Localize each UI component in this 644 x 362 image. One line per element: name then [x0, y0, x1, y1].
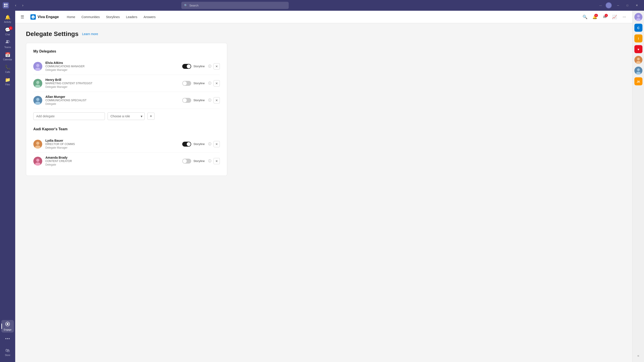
right-sidebar-profile-1[interactable]	[634, 12, 643, 21]
more-button[interactable]: ···	[598, 2, 604, 8]
svg-point-11	[36, 64, 39, 67]
right-sidebar-profile-2[interactable]	[634, 55, 643, 64]
more-icon: •••	[5, 337, 10, 341]
svg-point-7	[7, 323, 8, 325]
sidebar-item-engage[interactable]: Engage	[1, 320, 14, 333]
delegate-row-elvia: Elvia Atkins COMMUNICATIONS MANAGER Dele…	[33, 58, 220, 75]
delegate-toggle-henry[interactable]	[182, 81, 191, 86]
right-sidebar-profile-3[interactable]	[634, 66, 643, 75]
files-label: Files	[5, 83, 10, 86]
store-icon: 🛍	[5, 348, 10, 353]
delegate-toggle-allan[interactable]	[182, 98, 191, 103]
delegate-name-amanda: Amanda Brady	[46, 156, 182, 159]
user-avatar[interactable]	[606, 2, 612, 8]
sidebar-item-more[interactable]: •••	[1, 333, 14, 345]
remove-delegate-amanda[interactable]: ✕	[214, 158, 220, 164]
storyline-label-allan: Storyline	[194, 98, 206, 102]
delegate-toggle-amanda[interactable]	[182, 159, 191, 164]
notifications-button[interactable]: 🔔 12	[591, 13, 598, 20]
right-sidebar: C ! ♥ JK «	[632, 11, 644, 362]
delegate-controls-amanda: Storyline ⓘ ✕	[182, 158, 220, 164]
svg-point-23	[36, 159, 39, 162]
info-icon-henry[interactable]: ⓘ	[208, 81, 211, 85]
learn-more-link[interactable]: Learn more	[82, 32, 98, 36]
sidebar-item-activity[interactable]: 🔔 Activity	[1, 12, 14, 25]
right-sidebar-app-2[interactable]: !	[634, 34, 643, 43]
remove-delegate-lydia[interactable]: ✕	[214, 141, 220, 147]
nav-storylines[interactable]: Storylines	[103, 14, 122, 20]
forward-button[interactable]: ›	[20, 2, 26, 8]
svg-point-35	[637, 58, 640, 60]
calendar-label: Calendar	[3, 58, 12, 61]
svg-point-17	[36, 98, 39, 101]
svg-rect-3	[6, 5, 8, 7]
sidebar-item-store[interactable]: 🛍 Store	[1, 346, 14, 359]
delegate-info-allan: Allan Munger COMMUNICATIONS SPECIALIST D…	[46, 95, 182, 105]
sidebar-item-calls[interactable]: 📞 Calls	[1, 62, 14, 75]
close-button[interactable]: ✕	[632, 2, 641, 9]
delegate-avatar-amanda	[33, 157, 42, 166]
store-label: Store	[5, 354, 10, 357]
right-sidebar-app-1[interactable]: C	[634, 23, 643, 32]
delegate-avatar-lydia	[33, 140, 42, 149]
minimize-button[interactable]: ─	[614, 2, 622, 9]
nav-home[interactable]: Home	[64, 14, 78, 20]
nav-leaders[interactable]: Leaders	[123, 14, 140, 20]
delegate-role-elvia: Delegate Manager	[46, 68, 182, 71]
add-delegate-input[interactable]	[33, 112, 105, 120]
delegate-row-lydia: Lydia Bauer DIRECTOR OF COMMS Delegate M…	[33, 136, 220, 153]
sidebar-item-files[interactable]: 📁 Files	[1, 75, 14, 88]
delegate-row-allan: Allan Munger COMMUNICATIONS SPECIALIST D…	[33, 92, 220, 109]
nav-answers[interactable]: Answers	[141, 14, 158, 20]
remove-delegate-elvia[interactable]: ✕	[214, 63, 220, 69]
search-icon: 🔍	[582, 14, 588, 19]
bell-badge: 12	[594, 14, 598, 17]
left-sidebar: 🔔 Activity 1 💬 Chat Teams 📅 Calendar	[0, 11, 15, 362]
delegate-name-henry: Henry Brill	[46, 78, 182, 81]
my-delegates-title: My Delegates	[33, 49, 220, 53]
maximize-button[interactable]: □	[623, 2, 632, 9]
files-icon: 📁	[5, 77, 10, 82]
info-icon-lydia[interactable]: ⓘ	[208, 142, 211, 146]
remove-delegate-allan[interactable]: ✕	[214, 97, 220, 103]
add-delegate-button[interactable]: +	[147, 113, 154, 120]
nav-communities[interactable]: Communities	[79, 14, 102, 20]
svg-point-14	[36, 81, 39, 84]
delegate-title-allan: COMMUNICATIONS SPECIALIST	[46, 99, 182, 102]
team-section-title: Aadi Kapoor's Team	[33, 127, 220, 131]
delegate-avatar-allan	[33, 96, 42, 105]
back-button[interactable]: ‹	[12, 2, 19, 8]
sidebar-item-calendar[interactable]: 📅 Calendar	[1, 50, 14, 62]
storyline-label-lydia: Storyline	[194, 142, 206, 146]
info-icon-amanda[interactable]: ⓘ	[208, 159, 211, 163]
sidebar-item-chat[interactable]: 1 💬 Chat	[1, 25, 14, 37]
delegate-toggle-lydia[interactable]	[182, 142, 191, 147]
search-button[interactable]: 🔍	[582, 13, 588, 20]
app-brand: V Viva Engage	[30, 14, 59, 20]
calls-icon: 📞	[5, 64, 10, 70]
hamburger-button[interactable]: ☰	[20, 14, 25, 20]
collapse-sidebar-button[interactable]: «	[634, 351, 643, 360]
toggle-thumb-henry	[183, 81, 187, 85]
topnav-more-button[interactable]: ···	[621, 13, 628, 20]
role-select[interactable]: Choose a role Delegate Manager Delegate	[108, 112, 145, 120]
sidebar-item-teams[interactable]: Teams	[1, 37, 14, 50]
remove-delegate-henry[interactable]: ✕	[214, 80, 220, 86]
analytics-button[interactable]: 📈	[611, 13, 618, 20]
messages-button[interactable]: ✉ 5	[601, 13, 608, 20]
delegate-toggle-elvia[interactable]	[182, 64, 191, 69]
delegate-name-elvia: Elvia Atkins	[46, 61, 182, 64]
right-sidebar-app-4[interactable]: JK	[634, 77, 643, 86]
chat-label: Chat	[5, 33, 10, 36]
info-icon-elvia[interactable]: ⓘ	[208, 64, 211, 68]
info-icon-allan[interactable]: ⓘ	[208, 98, 211, 102]
title-search-bar[interactable]: 🔍	[181, 2, 289, 9]
right-sidebar-app-3[interactable]: ♥	[634, 45, 643, 54]
svg-rect-0	[4, 3, 6, 5]
delegate-name-lydia: Lydia Bauer	[46, 139, 182, 142]
delegate-controls-lydia: Storyline ⓘ ✕	[182, 141, 220, 147]
svg-text:♥: ♥	[637, 48, 639, 51]
section-separator	[33, 120, 220, 127]
toggle-thumb-amanda	[183, 159, 187, 163]
search-input[interactable]	[190, 4, 286, 7]
